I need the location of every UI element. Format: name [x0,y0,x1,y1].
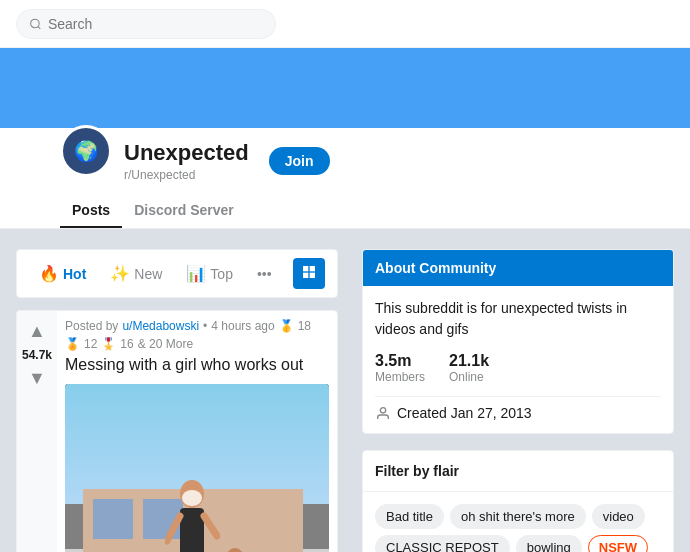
view-toggle-button[interactable] [293,258,325,289]
sort-more-button[interactable]: ••• [247,260,282,288]
sub-tabs: Posts Discord Server [60,190,674,228]
upvote-button[interactable]: ▲ [26,319,48,344]
top-nav [0,0,690,48]
about-community-header: About Community [363,250,673,286]
flair-video[interactable]: video [592,504,645,529]
vote-column: ▲ 54.7k ▼ [17,311,57,552]
about-community-card: About Community This subreddit is for un… [362,249,674,434]
subreddit-banner [0,48,690,128]
svg-point-9 [182,490,202,506]
svg-point-0 [31,19,40,28]
online-value: 21.1k [449,352,489,370]
post-card: ▲ 54.7k ▼ Posted by u/Medabowski • 4 hou… [16,310,338,552]
svg-rect-5 [310,266,315,271]
about-community-body: This subreddit is for unexpected twists … [363,286,673,433]
sort-hot-button[interactable]: 🔥 Hot [29,258,96,289]
svg-rect-6 [303,273,308,278]
online-label: Online [449,370,489,384]
members-value: 3.5m [375,352,425,370]
cake-icon [375,405,391,421]
view-icon [301,264,317,280]
flair-filter-card: Filter by flair Bad title oh shit there'… [362,450,674,552]
svg-point-17 [226,548,244,552]
flair-list: Bad title oh shit there's more video CLA… [363,492,673,552]
search-input[interactable] [48,16,263,32]
created-label: Created Jan 27, 2013 [397,405,532,421]
award-icon: 🥇 [279,319,294,333]
flame-icon: 🔥 [39,264,59,283]
subreddit-header: 🌍 Unexpected r/Unexpected Join Posts Dis… [0,128,690,229]
sub-info: Unexpected r/Unexpected [124,140,249,182]
tab-discord[interactable]: Discord Server [122,194,246,228]
about-description: This subreddit is for unexpected twists … [375,298,661,340]
post-author[interactable]: u/Medabowski [122,319,199,333]
join-button[interactable]: Join [269,147,330,175]
posted-by-label: Posted by [65,319,118,333]
svg-rect-4 [303,266,308,271]
members-stat: 3.5m Members [375,352,425,384]
svg-rect-10 [180,508,204,552]
svg-rect-7 [310,273,315,278]
created-row: Created Jan 27, 2013 [375,396,661,421]
post-time: 4 hours ago [211,319,274,333]
post-media: TikTok Messing with a girl who works out… [65,384,329,552]
award-count-2: 12 [84,337,97,351]
post-meta: Posted by u/Medabowski • 4 hours ago 🥇 1… [65,319,329,351]
feed-column: 🔥 Hot ✨ New 📊 Top ••• [16,249,338,552]
search-bar[interactable] [16,9,276,39]
svg-point-24 [380,408,385,413]
main-content: 🔥 Hot ✨ New 📊 Top ••• [0,249,690,552]
more-awards: & 20 More [138,337,193,351]
avatar: 🌍 [60,125,112,177]
top-icon: 📊 [186,264,206,283]
svg-line-12 [204,516,217,536]
sort-new-button[interactable]: ✨ New [100,258,172,289]
flair-nsfw[interactable]: NSFW [588,535,648,552]
post-title: Messing with a girl who works out [65,355,329,376]
tab-posts[interactable]: Posts [60,194,122,228]
award-count-3: 16 [120,337,133,351]
downvote-button[interactable]: ▼ [26,366,48,391]
sort-top-button[interactable]: 📊 Top [176,258,243,289]
sort-bar: 🔥 Hot ✨ New 📊 Top ••• [16,249,338,298]
post-body: Posted by u/Medabowski • 4 hours ago 🥇 1… [57,311,337,552]
svg-text:🌍: 🌍 [74,139,99,163]
flair-bowling[interactable]: bowling [516,535,582,552]
person-figure [165,476,220,552]
award-icon-3: 🎖️ [101,337,116,351]
flair-filter-header: Filter by flair [363,451,673,492]
dot-separator: • [203,319,207,333]
flair-oh-shit[interactable]: oh shit there's more [450,504,586,529]
award-count: 18 [298,319,311,333]
svg-line-11 [167,516,180,541]
sidebar: About Community This subreddit is for un… [362,249,674,552]
second-person [215,546,255,552]
subreddit-name: Unexpected [124,140,249,166]
online-stat: 21.1k Online [449,352,489,384]
video-frame: TikTok Messing with a girl who works out… [65,384,329,552]
search-icon [29,17,42,31]
new-icon: ✨ [110,264,130,283]
video-scene [65,384,329,552]
members-label: Members [375,370,425,384]
vote-count: 54.7k [22,348,52,362]
stats-row: 3.5m Members 21.1k Online [375,352,661,384]
flair-classic-repost[interactable]: CLASSIC REPOST [375,535,510,552]
flair-bad-title[interactable]: Bad title [375,504,444,529]
award-icon-2: 🏅 [65,337,80,351]
subreddit-slug: r/Unexpected [124,168,249,182]
svg-line-1 [38,26,40,28]
